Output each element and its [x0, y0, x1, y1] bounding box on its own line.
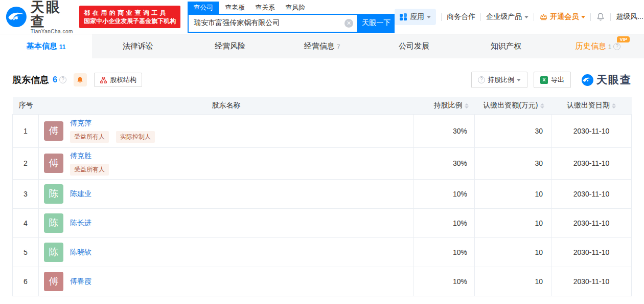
clear-search-icon[interactable]: [344, 19, 353, 28]
notification-bell-icon[interactable]: [596, 12, 605, 21]
shareholder-name-link[interactable]: 傅克胜: [70, 151, 91, 160]
crown-icon: [539, 13, 548, 21]
chevron-down-icon: [524, 16, 528, 18]
bell-icon: [76, 76, 84, 84]
nav-cooperation[interactable]: 商务合作: [447, 12, 475, 21]
nav-apps-label: 应用: [410, 12, 424, 21]
help-icon[interactable]: [59, 76, 66, 83]
shareholder-tag: 实际控制人: [116, 131, 155, 143]
search-area: 查公司 查老板 查关系 查风险 天眼一下: [188, 2, 395, 33]
sort-icon[interactable]: [465, 103, 469, 108]
row-index: 6: [13, 267, 39, 296]
chevron-down-icon: [427, 16, 431, 18]
tab-company-development[interactable]: 公司发展: [368, 34, 460, 58]
avatar: 傅: [44, 121, 63, 141]
ratio-cell: 30%: [414, 114, 475, 147]
sort-icon[interactable]: [612, 103, 616, 108]
tab-intellectual-property[interactable]: 知识产权: [460, 34, 552, 58]
export-button[interactable]: 导出: [534, 72, 571, 88]
row-index: 2: [13, 147, 39, 179]
ratio-cell: 10%: [414, 179, 475, 208]
tab-legal-proceedings[interactable]: 法律诉讼: [92, 34, 184, 58]
watermark-logo: 天眼查: [581, 73, 632, 87]
avatar: 陈: [44, 213, 63, 233]
help-icon: [613, 43, 620, 50]
nav-enterprise-products[interactable]: 企业级产品: [486, 12, 528, 21]
amount-cell: 30: [475, 114, 551, 147]
logo-domain: TianYanCha.com: [31, 29, 74, 34]
sort-icon[interactable]: [540, 103, 544, 108]
nav-apps[interactable]: 应用: [395, 9, 436, 25]
search-tab-relation[interactable]: 查关系: [255, 2, 275, 14]
shareholder-tag: 受益所有人: [70, 131, 109, 143]
monitor-bell-button[interactable]: [74, 73, 87, 86]
avatar: 陈: [44, 184, 63, 204]
excel-icon: [540, 76, 548, 84]
shareholder-name-link[interactable]: 陈长进: [70, 219, 91, 227]
page-tab-bar: 基本信息11 法律诉讼 经营风险 经营信息7 公司发展 知识产权 VIP 历史信…: [0, 34, 644, 58]
col-header-amount[interactable]: 认缴出资额(万元): [475, 97, 551, 114]
row-index: 3: [13, 179, 39, 208]
col-header-date[interactable]: 认缴出资日期: [551, 97, 632, 114]
amount-cell: 10: [475, 267, 551, 296]
date-cell: 2030-11-10: [551, 267, 632, 296]
table-row: 5 陈 陈晓钦 10% 10 2030-11-10: [13, 237, 632, 267]
tab-operational-risk[interactable]: 经营风险: [184, 34, 276, 58]
promo-banner: 都在用的商业查询工具 国家中小企业发展子基金旗下机构: [79, 6, 180, 28]
nav-super-risk[interactable]: 超级风...: [616, 12, 644, 21]
table-row: 4 陈 陈长进 10% 10 2030-11-10: [13, 208, 632, 237]
top-nav: 应用 商务合作 企业级产品 开通会员 超级风...: [395, 9, 644, 25]
row-index: 1: [13, 114, 39, 147]
date-cell: 2030-11-10: [551, 114, 632, 147]
shareholder-tag: 受益所有人: [70, 164, 109, 176]
section-header: 股东信息 6 股权结构 持股比例 导出: [12, 72, 632, 88]
table-row: 6 傅 傅春霞 10% 10 2030-11-10: [13, 267, 632, 296]
ratio-cell: 10%: [414, 267, 475, 296]
ratio-cell: 10%: [414, 237, 475, 267]
ratio-cell: 10%: [414, 208, 475, 237]
date-cell: 2030-11-10: [551, 147, 632, 179]
ratio-cell: 30%: [414, 147, 475, 179]
search-tab-company[interactable]: 查公司: [188, 2, 219, 14]
shareholder-name-link[interactable]: 陈建业: [70, 189, 91, 198]
avatar: 傅: [44, 154, 63, 173]
promo-banner-line2: 国家中小企业发展子基金旗下机构: [84, 17, 176, 25]
date-cell: 2030-11-10: [551, 237, 632, 267]
row-index: 4: [13, 208, 39, 237]
table-row: 3 陈 陈建业 10% 10 2030-11-10: [13, 179, 632, 208]
tab-basic-info[interactable]: 基本信息11: [0, 34, 92, 58]
shareholder-name-link[interactable]: 傅克萍: [70, 119, 91, 127]
equity-structure-button[interactable]: 股权结构: [94, 73, 142, 87]
section-title: 股东信息: [12, 74, 49, 86]
tab-business-info[interactable]: 经营信息7: [276, 34, 368, 58]
tianyancha-logo-icon: [581, 74, 594, 86]
shareholder-name-link[interactable]: 陈晓钦: [70, 248, 91, 256]
search-button[interactable]: 天眼一下: [358, 14, 395, 33]
equity-structure-icon: [100, 76, 107, 84]
nav-open-vip[interactable]: 开通会员: [539, 12, 585, 21]
main-content: 股东信息 6 股权结构 持股比例 导出: [0, 58, 644, 296]
tab-history-info[interactable]: VIP 历史信息1: [552, 34, 644, 58]
help-icon: [478, 76, 485, 83]
search-tab-boss[interactable]: 查老板: [225, 2, 245, 14]
shareholder-name-link[interactable]: 傅春霞: [70, 277, 91, 285]
holding-ratio-filter-button[interactable]: 持股比例: [471, 72, 527, 88]
promo-banner-line1: 都在用的商业查询工具: [84, 9, 176, 17]
search-tab-risk[interactable]: 查风险: [285, 2, 305, 14]
col-header-index: 序号: [13, 97, 39, 114]
tianyancha-logo[interactable]: 天眼查 TianYanCha.com: [5, 0, 74, 34]
col-header-ratio[interactable]: 持股比例: [414, 97, 475, 114]
date-cell: 2030-11-10: [551, 179, 632, 208]
top-header: 天眼查 TianYanCha.com 都在用的商业查询工具 国家中小企业发展子基…: [0, 0, 644, 34]
search-input[interactable]: [188, 14, 358, 33]
col-header-name: 股东名称: [39, 97, 414, 114]
search-tabs: 查公司 查老板 查关系 查风险: [188, 2, 395, 14]
table-header-row: 序号 股东名称 持股比例 认缴出资额(万元) 认缴出资日期: [13, 97, 632, 114]
amount-cell: 10: [475, 237, 551, 267]
app-grid-icon: [400, 13, 407, 20]
vip-badge: VIP: [617, 36, 630, 42]
chevron-down-icon: [517, 79, 521, 81]
amount-cell: 10: [475, 208, 551, 237]
amount-cell: 10: [475, 179, 551, 208]
shareholder-table: 序号 股东名称 持股比例 认缴出资额(万元) 认缴出资日期 1 傅 傅克萍 受益…: [12, 97, 632, 296]
